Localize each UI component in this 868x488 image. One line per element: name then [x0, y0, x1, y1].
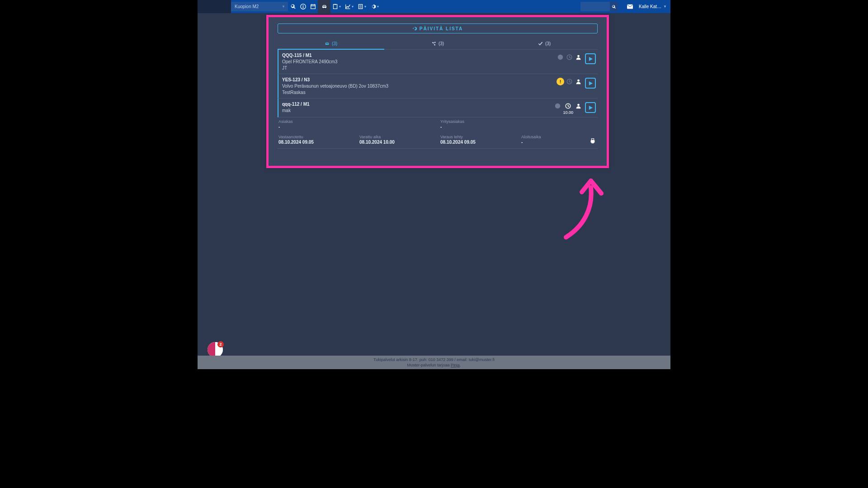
svg-rect-8	[334, 4, 335, 5]
svg-rect-28	[591, 139, 594, 141]
user-icon	[575, 78, 582, 85]
footer-line2a: Muster-palvelun tarjoaa	[407, 363, 451, 367]
chevron-down-icon: ▼	[663, 5, 667, 9]
annotation-arrow-icon	[559, 176, 609, 239]
row-time: 10.00	[563, 110, 573, 115]
svg-rect-2	[302, 5, 303, 6]
start-button[interactable]	[585, 53, 596, 64]
svg-point-19	[577, 55, 580, 57]
svg-rect-3	[311, 5, 315, 9]
footer-provider-link[interactable]: Pinja	[451, 363, 460, 367]
notifications-button[interactable]	[208, 342, 223, 357]
svg-rect-5	[311, 4, 312, 5]
tab-count: (3)	[332, 41, 337, 46]
svg-point-24	[555, 103, 560, 108]
nav-calendar-button[interactable]	[308, 0, 318, 13]
svg-point-17	[558, 55, 563, 60]
clock-icon	[564, 102, 572, 110]
start-button[interactable]	[585, 102, 596, 113]
location-dropdown[interactable]: Kuopion M2 ▼	[231, 2, 288, 11]
value-varaus: 08.10.2024 09.05	[440, 140, 516, 145]
svg-rect-1	[302, 6, 303, 8]
value-varattu: 08.10.2024 10.00	[359, 140, 435, 145]
page-footer: Tukipalvelut arkisin 8-17. puh: 010 3472…	[198, 356, 670, 369]
row-reg: YES-123 / N3	[282, 77, 557, 83]
top-navbar: Kuopion M2 ▼ ▼ ▼	[198, 0, 670, 13]
queue-row[interactable]: YES-123 / N3 Volvo Perävaunun vetoajoneu…	[278, 74, 598, 99]
svg-point-23	[577, 80, 580, 82]
queue-tabs: (3) (3) (3)	[278, 38, 598, 50]
row-details: Asiakas - Yritysasiakas - Vastaanotettu …	[278, 117, 598, 149]
footer-line1: Tukipalvelut arkisin 8-17. puh: 010 3472…	[198, 357, 670, 362]
svg-rect-20	[560, 80, 561, 82]
nav-chart-button[interactable]: ▼	[343, 0, 356, 13]
tab-count: (3)	[439, 41, 444, 46]
info-icon	[557, 78, 564, 85]
user-icon	[575, 53, 582, 61]
user-icon	[575, 102, 582, 110]
queue-row[interactable]: QQQ-115 / M1 Opel FRONTERA 2490cm3 JT	[278, 50, 598, 74]
chevron-down-icon: ▼	[282, 5, 285, 9]
row-reg: qqq-112 / M1	[282, 101, 554, 108]
row-reg: QQQ-115 / M1	[282, 52, 557, 59]
row-owner: mak	[282, 108, 554, 114]
user-menu[interactable]: Kalle Kat… ▼	[639, 4, 667, 9]
tab-waiting[interactable]: (3)	[278, 38, 384, 49]
row-desc: Opel FRONTERA 2490cm3	[282, 59, 557, 65]
nav-search-button[interactable]	[288, 0, 298, 13]
location-value: Kuopion M2	[235, 4, 259, 9]
tab-done[interactable]: (3)	[491, 38, 598, 49]
clock-icon	[566, 78, 573, 85]
global-search-button[interactable]	[610, 2, 618, 11]
info-icon	[557, 53, 564, 61]
nav-car-button[interactable]	[318, 0, 330, 13]
row-owner: JT	[282, 65, 557, 71]
app-logo	[198, 0, 231, 13]
value-asiakas: -	[278, 124, 435, 129]
value-vastaanotettu: 08.10.2024 09.05	[278, 140, 354, 145]
nav-list-button[interactable]: ▼	[356, 0, 368, 13]
label-varaus: Varaus tehty	[440, 135, 516, 139]
nav-settings-button[interactable]: ▼	[368, 0, 381, 13]
chevron-down-icon: ▼	[339, 5, 342, 8]
start-button[interactable]	[585, 78, 596, 89]
nav-info-button[interactable]	[298, 0, 308, 13]
global-search-input[interactable]	[580, 2, 610, 11]
nav-clipboard-button[interactable]: ▼	[330, 0, 343, 13]
info-icon	[554, 102, 561, 110]
clock-icon	[566, 53, 573, 61]
chevron-down-icon: ▼	[377, 5, 380, 8]
value-aloitus: -	[521, 140, 597, 145]
svg-rect-7	[333, 5, 337, 9]
chevron-down-icon: ▼	[364, 5, 367, 8]
label-vastaanotettu: Vastaanotettu	[278, 135, 354, 139]
messages-button[interactable]	[626, 4, 633, 9]
svg-point-26	[577, 104, 580, 106]
value-yritys: -	[440, 124, 597, 129]
svg-rect-29	[591, 142, 594, 144]
row-desc: Volvo Perävaunun vetoajoneuvo (BD) 2ov 1…	[282, 83, 557, 89]
footer-line2c: .	[460, 363, 461, 367]
label-asiakas: Asiakas	[278, 119, 435, 124]
label-yritys: Yritysasiakas	[440, 119, 597, 124]
svg-rect-6	[314, 4, 314, 5]
tab-count: (3)	[545, 41, 551, 46]
refresh-label: PÄIVITÄ LISTA	[420, 26, 463, 31]
refresh-list-button[interactable]: PÄIVITÄ LISTA	[278, 23, 598, 33]
chevron-down-icon: ▼	[351, 5, 354, 8]
label-varattu: Varattu aika	[359, 135, 435, 139]
svg-rect-21	[560, 83, 561, 84]
queue-row[interactable]: qqq-112 / M1 mak 10.00	[278, 99, 598, 117]
row-owner: TestRaskas	[282, 89, 557, 96]
svg-rect-13	[627, 5, 633, 9]
tab-inprogress[interactable]: (3)	[384, 38, 491, 49]
user-name: Kalle Kat…	[639, 4, 661, 9]
print-button[interactable]	[590, 138, 596, 146]
label-aloitus: Aloitusaika	[521, 135, 597, 139]
work-queue-panel: PÄIVITÄ LISTA (3) (3) (3) Q	[266, 15, 609, 168]
